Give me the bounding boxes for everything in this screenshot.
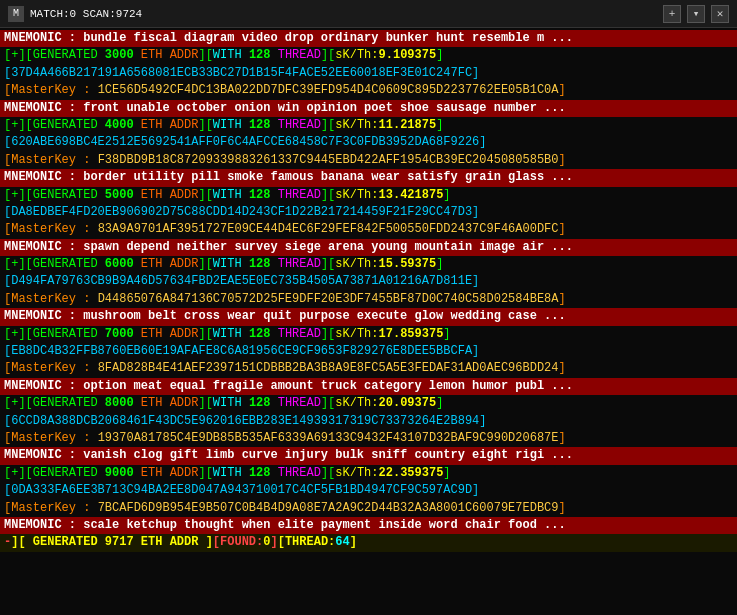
title-text: MATCH:0 SCAN:9724 [30,8,663,20]
line-5: [+][GENERATED 4000 ETH ADDR][WITH 128 TH… [0,117,737,134]
generated-label: GENERATED [33,396,98,410]
tab-dropdown-button[interactable]: ▾ [687,5,705,23]
line-24: MNEMONIC : vanish clog gift limb curve i… [0,447,737,464]
line-3: [MasterKey : 1CE56D5492CF4DC13BA022DD7DF… [0,82,737,99]
line-16: MNEMONIC : mushroom belt cross wear quit… [0,308,737,325]
line-6: [620ABE698BC4E2512E5692541AFF0F6C4AFCCE6… [0,134,737,151]
line-1: [+][GENERATED 3000 ETH ADDR][WITH 128 TH… [0,47,737,64]
line-8: MNEMONIC : border utility pill smoke fam… [0,169,737,186]
generated-label: GENERATED [33,118,98,132]
title-bar: M MATCH:0 SCAN:9724 + ▾ ✕ [0,0,737,28]
title-buttons: + ▾ ✕ [663,5,729,23]
generated-label: GENERATED [33,327,98,341]
line-9: [+][GENERATED 5000 ETH ADDR][WITH 128 TH… [0,187,737,204]
line-17: [+][GENERATED 7000 ETH ADDR][WITH 128 TH… [0,326,737,343]
line-0: MNEMONIC : bundle fiscal diagram video d… [0,30,737,47]
content-area: MNEMONIC : bundle fiscal diagram video d… [0,28,737,615]
generated-label: GENERATED [33,48,98,62]
line-28: MNEMONIC : scale ketchup thought when el… [0,517,737,534]
generated-label: GENERATED [33,466,98,480]
line-4: MNEMONIC : front unable october onion wi… [0,100,737,117]
generated-label: GENERATED [33,257,98,271]
title-icon: M [8,6,24,22]
add-tab-button[interactable]: + [663,5,681,23]
line-22: [6CCD8A388DCB2068461F43DC5E962016EBB283E… [0,413,737,430]
line-13: [+][GENERATED 6000 ETH ADDR][WITH 128 TH… [0,256,737,273]
close-button[interactable]: ✕ [711,5,729,23]
line-26: [0DA333FA6EE3B713C94BA2EE8D047A943710017… [0,482,737,499]
line-29: -][ GENERATED 9717 ETH ADDR ][FOUND:0][T… [0,534,737,551]
line-23: [MasterKey : 19370A81785C4E9DB85B535AF63… [0,430,737,447]
line-20: MNEMONIC : option meat equal fragile amo… [0,378,737,395]
line-11: [MasterKey : 83A9A9701AF3951727E09CE44D4… [0,221,737,238]
line-18: [EB8DC4B32FFB8760EB60E19AFAFE8C6A81956CE… [0,343,737,360]
line-14: [D494FA79763CB9B9A46D57634FBD2EAE5E0EC73… [0,273,737,290]
line-27: [MasterKey : 7BCAFD6D9B954E9B507C0B4B4D9… [0,500,737,517]
line-7: [MasterKey : F38DBD9B18C8720933988326133… [0,152,737,169]
line-25: [+][GENERATED 9000 ETH ADDR][WITH 128 TH… [0,465,737,482]
line-15: [MasterKey : D44865076A847136C70572D25FE… [0,291,737,308]
line-19: [MasterKey : 8FAD828B4E41AEF2397151CDBBB… [0,360,737,377]
line-10: [DA8EDBEF4FD20EB906902D75C88CDD14D243CF1… [0,204,737,221]
line-12: MNEMONIC : spawn depend neither survey s… [0,239,737,256]
line-2: [37D4A466B217191A6568081ECB33BC27D1B15F4… [0,65,737,82]
line-21: [+][GENERATED 8000 ETH ADDR][WITH 128 TH… [0,395,737,412]
generated-label: GENERATED [33,188,98,202]
